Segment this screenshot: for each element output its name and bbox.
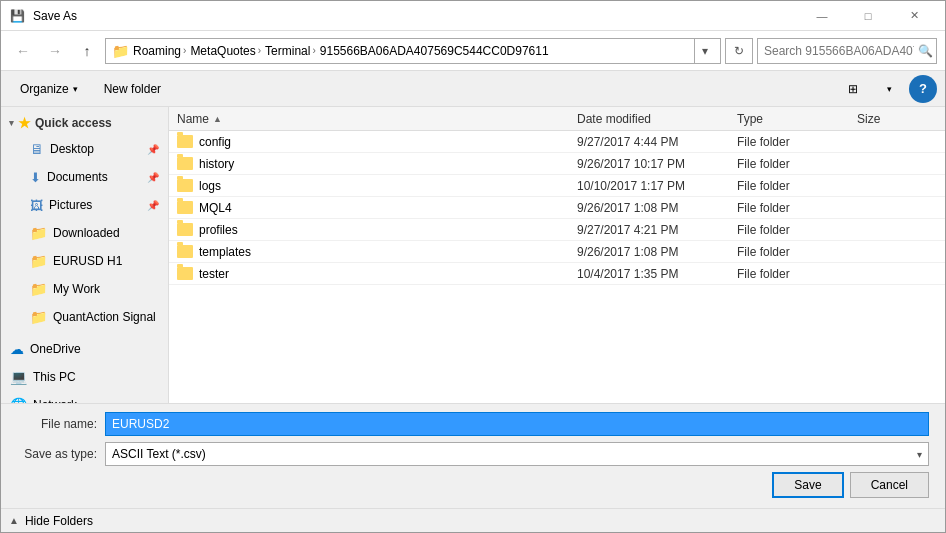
table-row[interactable]: history 9/26/2017 10:17 PM File folder bbox=[169, 153, 945, 175]
bottom-panel: File name: Save as type: ASCII Text (*.c… bbox=[1, 403, 945, 508]
folder-icon bbox=[177, 179, 193, 192]
file-type-cell: File folder bbox=[737, 201, 857, 215]
organize-chevron-icon: ▾ bbox=[73, 84, 78, 94]
save-button[interactable]: Save bbox=[772, 472, 843, 498]
sidebar-item-downloaded[interactable]: 📁 Downloaded bbox=[1, 219, 168, 247]
file-date-cell: 9/27/2017 4:44 PM bbox=[577, 135, 737, 149]
save-as-dialog: 💾 Save As — □ ✕ ← → ↑ 📁 Roaming › MetaQu… bbox=[0, 0, 946, 533]
table-row[interactable]: profiles 9/27/2017 4:21 PM File folder bbox=[169, 219, 945, 241]
path-segment-roaming: Roaming › bbox=[133, 44, 186, 58]
file-name-text: tester bbox=[199, 267, 229, 281]
file-type-cell: File folder bbox=[737, 135, 857, 149]
filename-input[interactable] bbox=[105, 412, 929, 436]
sidebar-item-eurusd[interactable]: 📁 EURUSD H1 bbox=[1, 247, 168, 275]
sidebar-item-mywork[interactable]: 📁 My Work bbox=[1, 275, 168, 303]
address-path[interactable]: 📁 Roaming › MetaQuotes › Terminal › 9155… bbox=[105, 38, 721, 64]
view-grid-icon: ⊞ bbox=[848, 82, 858, 96]
file-date-cell: 10/4/2017 1:35 PM bbox=[577, 267, 737, 281]
title-bar-controls: — □ ✕ bbox=[799, 1, 937, 31]
folder-icon bbox=[177, 267, 193, 280]
file-rows-container: config 9/27/2017 4:44 PM File folder his… bbox=[169, 131, 945, 285]
view-dropdown-button[interactable]: ▾ bbox=[873, 75, 905, 103]
col-size-label: Size bbox=[857, 112, 880, 126]
sidebar-item-pictures[interactable]: 🖼 Pictures 📌 bbox=[1, 191, 168, 219]
title-bar: 💾 Save As — □ ✕ bbox=[1, 1, 945, 31]
filetype-select[interactable]: ASCII Text (*.csv) ▾ bbox=[105, 442, 929, 466]
filetype-dropdown-icon: ▾ bbox=[917, 449, 922, 460]
table-row[interactable]: tester 10/4/2017 1:35 PM File folder bbox=[169, 263, 945, 285]
col-header-size[interactable]: Size bbox=[857, 112, 937, 126]
onedrive-icon: ☁ bbox=[10, 341, 24, 357]
filename-row: File name: bbox=[17, 412, 929, 436]
sidebar-item-network[interactable]: 🌐 Network bbox=[1, 391, 168, 403]
new-folder-button[interactable]: New folder bbox=[93, 75, 172, 103]
file-name-text: MQL4 bbox=[199, 201, 232, 215]
maximize-button[interactable]: □ bbox=[845, 1, 891, 31]
sidebar-section-quick-access[interactable]: ▾ ★ Quick access bbox=[1, 111, 168, 135]
filetype-label: Save as type: bbox=[17, 447, 97, 461]
view-options-button[interactable]: ⊞ bbox=[837, 75, 869, 103]
col-header-date[interactable]: Date modified bbox=[577, 112, 737, 126]
col-name-label: Name bbox=[177, 112, 209, 126]
col-header-type[interactable]: Type bbox=[737, 112, 857, 126]
pin-icon: 📌 bbox=[147, 144, 159, 155]
cancel-button[interactable]: Cancel bbox=[850, 472, 929, 498]
quick-access-label: Quick access bbox=[35, 116, 112, 130]
search-icon: 🔍 bbox=[918, 44, 933, 58]
file-name-text: config bbox=[199, 135, 231, 149]
file-name-text: templates bbox=[199, 245, 251, 259]
file-date-cell: 9/26/2017 10:17 PM bbox=[577, 157, 737, 171]
sidebar-item-documents[interactable]: ⬇ Documents 📌 bbox=[1, 163, 168, 191]
up-button[interactable]: ↑ bbox=[73, 37, 101, 65]
organize-label: Organize bbox=[20, 82, 69, 96]
help-button[interactable]: ? bbox=[909, 75, 937, 103]
file-type-cell: File folder bbox=[737, 245, 857, 259]
sidebar-item-quantaction[interactable]: 📁 QuantAction Signal bbox=[1, 303, 168, 331]
sidebar-item-label-downloaded: Downloaded bbox=[53, 226, 120, 240]
view-dropdown-icon: ▾ bbox=[887, 84, 892, 94]
col-header-name[interactable]: Name ▲ bbox=[177, 112, 577, 126]
col-type-label: Type bbox=[737, 112, 763, 126]
thispc-icon: 💻 bbox=[10, 369, 27, 385]
folder-icon bbox=[177, 157, 193, 170]
chevron-down-icon: ▾ bbox=[9, 118, 14, 128]
minimize-button[interactable]: — bbox=[799, 1, 845, 31]
sidebar-item-thispc[interactable]: 💻 This PC bbox=[1, 363, 168, 391]
file-name-text: profiles bbox=[199, 223, 238, 237]
close-button[interactable]: ✕ bbox=[891, 1, 937, 31]
table-row[interactable]: MQL4 9/26/2017 1:08 PM File folder bbox=[169, 197, 945, 219]
path-segment-hash: 915566BA06ADA407569C544CC0D97611 bbox=[320, 44, 549, 58]
search-box[interactable]: 🔍 bbox=[757, 38, 937, 64]
organize-button[interactable]: Organize ▾ bbox=[9, 75, 89, 103]
pin-icon-pictures: 📌 bbox=[147, 200, 159, 211]
refresh-button[interactable]: ↻ bbox=[725, 38, 753, 64]
back-button[interactable]: ← bbox=[9, 37, 37, 65]
quick-access-icon: ★ bbox=[18, 115, 31, 131]
file-name-cell: MQL4 bbox=[177, 201, 577, 215]
sidebar-item-onedrive[interactable]: ☁ OneDrive bbox=[1, 335, 168, 363]
path-dropdown-arrow[interactable]: ▾ bbox=[694, 39, 714, 63]
file-list: Name ▲ Date modified Type Size config 9/… bbox=[169, 107, 945, 403]
table-row[interactable]: config 9/27/2017 4:44 PM File folder bbox=[169, 131, 945, 153]
file-name-cell: profiles bbox=[177, 223, 577, 237]
address-bar: ← → ↑ 📁 Roaming › MetaQuotes › Terminal … bbox=[1, 31, 945, 71]
folder-icon bbox=[177, 245, 193, 258]
window-title: Save As bbox=[33, 9, 77, 23]
file-name-text: history bbox=[199, 157, 234, 171]
pin-icon-documents: 📌 bbox=[147, 172, 159, 183]
sidebar-item-desktop[interactable]: 🖥 Desktop 📌 bbox=[1, 135, 168, 163]
documents-icon: ⬇ bbox=[30, 170, 41, 185]
file-date-cell: 9/27/2017 4:21 PM bbox=[577, 223, 737, 237]
filetype-value: ASCII Text (*.csv) bbox=[112, 447, 206, 461]
table-row[interactable]: templates 9/26/2017 1:08 PM File folder bbox=[169, 241, 945, 263]
file-type-cell: File folder bbox=[737, 223, 857, 237]
forward-button[interactable]: → bbox=[41, 37, 69, 65]
hide-folders-bar[interactable]: ▲ Hide Folders bbox=[1, 508, 945, 532]
mywork-icon: 📁 bbox=[30, 281, 47, 297]
sidebar-item-label-documents: Documents bbox=[47, 170, 108, 184]
search-input[interactable] bbox=[764, 44, 914, 58]
table-row[interactable]: logs 10/10/2017 1:17 PM File folder bbox=[169, 175, 945, 197]
path-segment-metaquotes: MetaQuotes › bbox=[190, 44, 261, 58]
file-type-cell: File folder bbox=[737, 157, 857, 171]
path-segment-terminal: Terminal › bbox=[265, 44, 316, 58]
